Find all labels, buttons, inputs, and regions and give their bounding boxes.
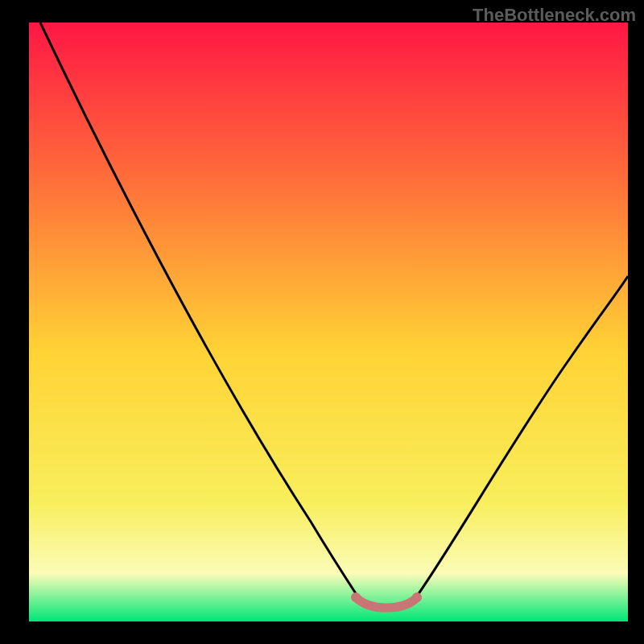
plot-area — [29, 23, 628, 621]
gradient-background — [29, 23, 628, 621]
chart-container: TheBottleneck.com — [0, 0, 644, 644]
chart-svg — [29, 23, 628, 621]
highlight-endcap-right — [412, 592, 422, 602]
attribution-text: TheBottleneck.com — [473, 5, 636, 26]
highlight-endcap-left — [351, 592, 361, 602]
